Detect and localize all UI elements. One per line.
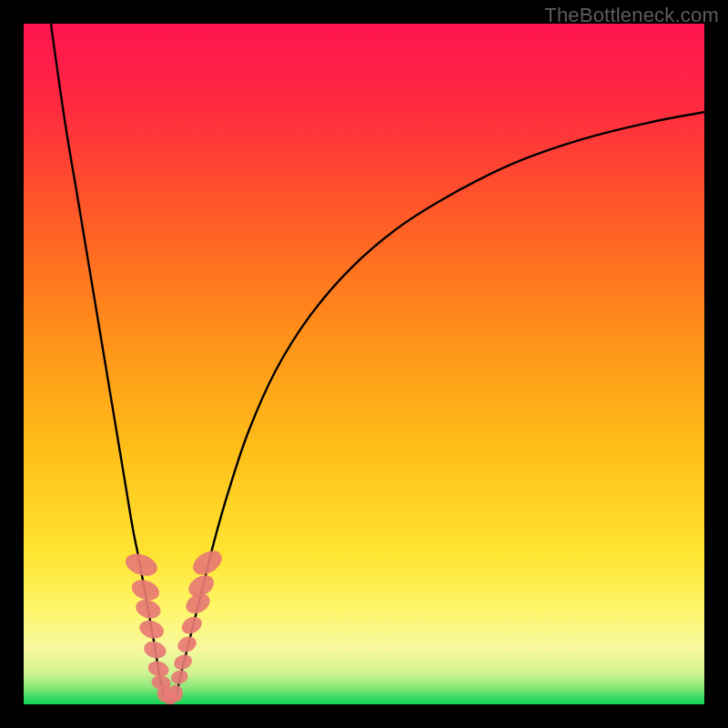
marker-bottom-2 (168, 685, 183, 703)
plot-area (24, 24, 704, 704)
outer-frame: TheBottleneck.com (0, 0, 728, 728)
gradient-background (24, 24, 704, 704)
watermark-text: TheBottleneck.com (544, 4, 719, 27)
chart-svg (24, 24, 704, 704)
